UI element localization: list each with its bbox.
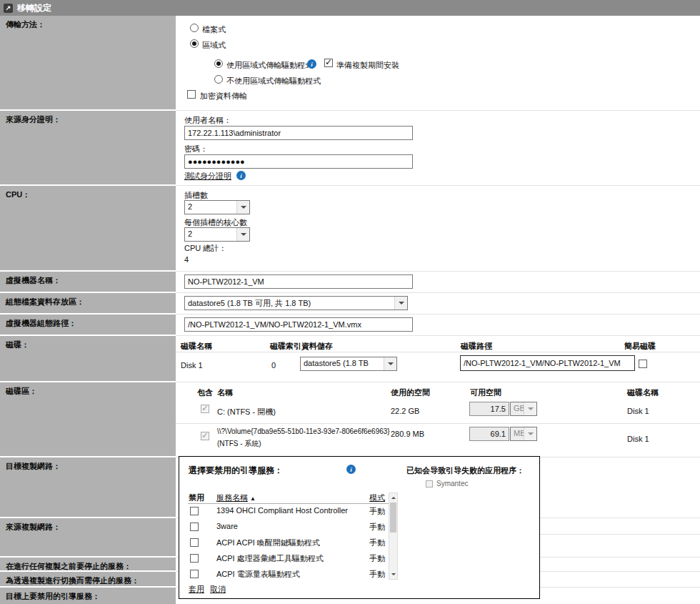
volume-unit-value: GB bbox=[511, 402, 524, 415]
row-separator bbox=[176, 382, 700, 382]
service-checkbox[interactable] bbox=[190, 554, 199, 563]
row-label-disable-boot-services: 目標上要禁用的引導服務： bbox=[0, 588, 176, 604]
disk-path-input[interactable] bbox=[460, 355, 635, 371]
encrypt-checkbox[interactable] bbox=[187, 90, 196, 99]
volume-row-separator bbox=[176, 423, 700, 424]
vol-col-disk: 磁碟名稱 bbox=[627, 387, 659, 398]
no-driver-radio[interactable] bbox=[214, 75, 223, 84]
row-separator bbox=[176, 271, 700, 272]
volume-unit-select: GB bbox=[510, 402, 537, 416]
config-datastore-select[interactable]: datastore5 (1.8 TB 可用, 共 1.8 TB) bbox=[184, 296, 408, 310]
password-input[interactable] bbox=[184, 154, 413, 169]
row-label-vm-config-path: 虛擬機器組態路徑： bbox=[0, 315, 176, 335]
vol-col-free: 可用空間 bbox=[470, 387, 501, 398]
scroll-down-button[interactable] bbox=[389, 570, 397, 579]
volume-disk: Disk 1 bbox=[627, 407, 649, 415]
row-label-source-credentials: 來源身分證明： bbox=[0, 111, 176, 184]
cpu-total-label: CPU 總計： bbox=[184, 243, 226, 254]
service-mode: 手動 bbox=[369, 569, 385, 580]
chevron-down-icon bbox=[236, 228, 249, 241]
popup-scrollbar[interactable] bbox=[389, 492, 398, 580]
titlebar: ↗ 移轉設定 bbox=[0, 0, 700, 16]
vol-col-name: 名稱 bbox=[217, 387, 233, 398]
vm-name-input[interactable] bbox=[184, 274, 413, 289]
row-label-disk: 磁碟： bbox=[0, 336, 176, 381]
volume-name: \\?\Volume{7dba9e55-51b0-11e3-93e7-806e6… bbox=[217, 427, 390, 435]
use-driver-label: 使用區域式傳輸驅動程式 bbox=[226, 60, 313, 71]
info-icon[interactable]: i bbox=[236, 171, 246, 180]
popup-title: 選擇要禁用的引導服務： bbox=[189, 465, 283, 477]
row-label-volumes: 磁碟區： bbox=[0, 382, 176, 456]
block-based-label: 區域式 bbox=[202, 40, 226, 51]
volume-include-checkbox bbox=[201, 432, 209, 440]
service-checkbox[interactable] bbox=[190, 570, 199, 578]
file-based-label: 檔案式 bbox=[202, 24, 226, 35]
vm-config-path-input[interactable] bbox=[184, 317, 413, 332]
service-name-sort[interactable]: 服務名稱 bbox=[216, 493, 248, 502]
popup-header-underline bbox=[188, 503, 390, 504]
install-during-replication-checkbox[interactable] bbox=[324, 59, 333, 67]
volume-used: 22.2 GB bbox=[391, 407, 419, 415]
service-name: 3ware bbox=[216, 522, 238, 530]
volume-free-input[interactable] bbox=[469, 402, 509, 416]
cancel-link[interactable]: 取消 bbox=[210, 584, 226, 595]
disk-col-datastore: 資料儲存 bbox=[301, 341, 333, 352]
scroll-up-button[interactable] bbox=[389, 493, 397, 502]
row-label-source-network: 來源複製網路： bbox=[0, 518, 176, 556]
symantec-label: Symantec bbox=[436, 480, 468, 487]
volume-free-input[interactable] bbox=[469, 427, 509, 441]
row-separator bbox=[176, 110, 700, 111]
file-based-radio[interactable] bbox=[190, 24, 199, 32]
row-label-target-network: 目標複製網路： bbox=[0, 457, 176, 517]
volume-disk: Disk 1 bbox=[627, 435, 649, 443]
chevron-down-icon bbox=[524, 402, 536, 415]
username-input[interactable] bbox=[184, 126, 413, 140]
service-name: ACPI 處理器彙總工具驅動程式 bbox=[216, 553, 324, 564]
disk-col-thin: 簡易磁碟 bbox=[624, 341, 656, 352]
app-icon: ↗ bbox=[4, 4, 13, 13]
service-mode: 手動 bbox=[369, 506, 385, 517]
cores-value: 2 bbox=[185, 228, 236, 241]
sort-asc-icon: ▲ bbox=[250, 495, 256, 502]
service-name: 1394 OHCI Compliant Host Controller bbox=[216, 506, 348, 515]
disk-datastore-select[interactable]: datastore5 (1.8 TB bbox=[300, 357, 397, 371]
row-separator bbox=[176, 314, 700, 315]
disk-col-name: 磁碟名稱 bbox=[181, 341, 212, 352]
volume-include-checkbox bbox=[201, 405, 209, 413]
block-based-radio[interactable] bbox=[190, 39, 199, 48]
row-separator bbox=[176, 185, 700, 186]
disk-row-name: Disk 1 bbox=[181, 361, 203, 370]
service-checkbox[interactable] bbox=[190, 538, 199, 547]
info-icon[interactable]: i bbox=[307, 59, 316, 69]
chevron-down-icon bbox=[524, 427, 536, 440]
service-checkbox[interactable] bbox=[190, 523, 199, 531]
row-separator bbox=[176, 292, 700, 293]
chevron-down-icon bbox=[394, 297, 407, 310]
scroll-up-icon bbox=[391, 495, 396, 499]
disk-col-path: 磁碟路徑 bbox=[461, 341, 492, 352]
apply-link[interactable]: 套用 bbox=[189, 584, 204, 595]
info-icon[interactable]: i bbox=[346, 465, 356, 474]
vol-col-used: 使用的空間 bbox=[391, 387, 430, 398]
config-datastore-value: datastore5 (1.8 TB 可用, 共 1.8 TB) bbox=[185, 297, 394, 310]
sockets-label: 插槽數 bbox=[184, 190, 208, 201]
sockets-select[interactable]: 2 bbox=[184, 200, 250, 214]
cores-select[interactable]: 2 bbox=[184, 227, 250, 242]
service-checkbox[interactable] bbox=[190, 507, 199, 515]
volume-name-suffix: (NTFS - 系統) bbox=[217, 439, 261, 449]
row-label-cpu: CPU： bbox=[0, 186, 176, 270]
boot-services-popup: 選擇要禁用的引導服務： i 已知会导致引导失败的应用程序： Symantec 禁… bbox=[179, 456, 540, 599]
scroll-thumb[interactable] bbox=[390, 502, 396, 533]
popup-col-service[interactable]: 服務名稱▲ bbox=[216, 492, 256, 503]
test-credentials-link[interactable]: 測試身分證明 bbox=[184, 171, 231, 182]
row-label-stop-services-before: 在進行任何複製之前要停止的服務： bbox=[0, 558, 176, 570]
service-name: ACPI 電源量表驅動程式 bbox=[216, 569, 300, 580]
popup-col-mode[interactable]: 模式 bbox=[369, 492, 385, 503]
thin-disk-checkbox[interactable] bbox=[639, 360, 647, 368]
migration-settings-page: ↗ 移轉設定 傳輸方法： 來源身分證明： CPU： 虛擬機器名稱： 組態檔案資料… bbox=[0, 0, 700, 604]
cores-label: 每個插槽的核心數 bbox=[184, 217, 247, 228]
row-label-stop-services-cutover: 為透過複製進行切換而需停止的服務： bbox=[0, 572, 176, 586]
use-driver-radio[interactable] bbox=[214, 59, 223, 68]
disk-header-underline bbox=[176, 352, 700, 352]
cpu-total-value: 4 bbox=[184, 255, 189, 264]
